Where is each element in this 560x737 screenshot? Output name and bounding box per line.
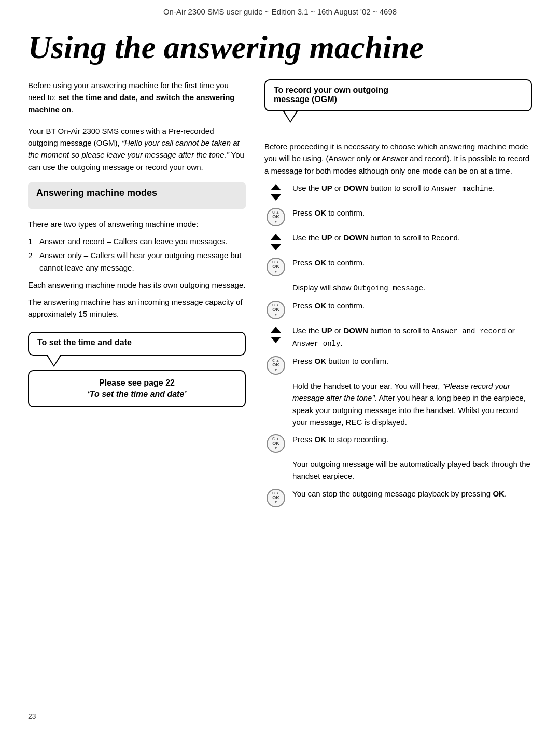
header: On-Air 2300 SMS user guide ~ Edition 3.1… bbox=[0, 0, 560, 20]
set-time-heading: To set the time and date bbox=[37, 338, 236, 347]
ogm-intro: Before proceeding it is necessary to cho… bbox=[264, 140, 532, 177]
instruction-text-12: You can stop the outgoing message playba… bbox=[292, 488, 532, 500]
page-number: 23 bbox=[28, 712, 36, 720]
svg-marker-4 bbox=[271, 327, 281, 333]
instruction-row-2: C ▲ OK ▼ Press OK to confirm. bbox=[264, 207, 532, 226]
intro-paragraph-1: Before using your answering machine for … bbox=[28, 79, 246, 116]
intro-paragraph-2: Your BT On-Air 2300 SMS comes with a Pre… bbox=[28, 125, 246, 173]
ok-button-icon-3: C ▲ OK ▼ bbox=[264, 300, 287, 319]
right-body: Before proceeding it is necessary to cho… bbox=[264, 126, 532, 507]
see-page-box: Please see page 22 ‘To set the time and … bbox=[28, 370, 246, 407]
svg-marker-1 bbox=[271, 194, 281, 201]
instruction-row-11: Your outgoing message will be automatica… bbox=[264, 458, 532, 483]
spacer-1 bbox=[264, 281, 287, 282]
instruction-text-10: Press OK to stop recording. bbox=[292, 433, 532, 445]
ogm-box: To record your own outgoingmessage (OGM) bbox=[264, 79, 532, 111]
instruction-text-1: Use the UP or DOWN button to scroll to A… bbox=[292, 182, 532, 195]
instruction-row-3: Use the UP or DOWN button to scroll to R… bbox=[264, 232, 532, 251]
spacer-2 bbox=[264, 380, 287, 381]
set-time-box: To set the time and date bbox=[28, 332, 246, 356]
answering-machine-modes-section: Answering machine modes bbox=[28, 182, 246, 209]
up-down-arrow-icon-2 bbox=[264, 232, 287, 251]
see-page-sub: ‘To set the time and date’ bbox=[87, 390, 186, 399]
instruction-text-6: Press OK to confirm. bbox=[292, 300, 532, 311]
page-title: Using the answering machine bbox=[0, 20, 560, 70]
callout-arrow-inner bbox=[48, 355, 60, 365]
instruction-row-12: C ▲ OK ▼ You can stop the outgoing messa… bbox=[264, 488, 532, 507]
right-column: To record your own outgoingmessage (OGM)… bbox=[264, 79, 532, 512]
instruction-row-8: C ▲ OK ▼ Press OK button to confirm. bbox=[264, 355, 532, 375]
instruction-row-9: Hold the handset to your ear. You will h… bbox=[264, 380, 532, 428]
left-column: Before using your answering machine for … bbox=[28, 79, 246, 512]
modes-heading: Answering machine modes bbox=[36, 188, 237, 199]
instruction-text-9: Hold the handset to your ear. You will h… bbox=[292, 380, 532, 428]
svg-marker-3 bbox=[271, 244, 281, 250]
instruction-text-3: Use the UP or DOWN button to scroll to R… bbox=[292, 232, 532, 245]
instruction-text-4: Press OK to confirm. bbox=[292, 257, 532, 268]
ok-button-icon-5: C ▲ OK ▼ bbox=[264, 433, 287, 453]
ogm-heading: To record your own outgoingmessage (OGM) bbox=[274, 86, 523, 104]
ogm-arrow-inner bbox=[284, 111, 297, 121]
list-item: 1 Answer and record – Callers can leave … bbox=[28, 235, 246, 247]
instruction-text-5: Display will show Outgoing message. bbox=[292, 281, 532, 294]
instruction-text-2: Press OK to confirm. bbox=[292, 207, 532, 219]
modes-intro: There are two types of answering machine… bbox=[28, 218, 246, 230]
up-down-arrow-icon-3 bbox=[264, 324, 287, 344]
instruction-text-7: Use the UP or DOWN button to scroll to A… bbox=[292, 324, 532, 350]
header-text: On-Air 2300 SMS user guide ~ Edition 3.1… bbox=[163, 7, 397, 16]
instruction-row-6: C ▲ OK ▼ Press OK to confirm. bbox=[264, 300, 532, 319]
svg-marker-2 bbox=[271, 234, 281, 240]
ok-button-icon-4: C ▲ OK ▼ bbox=[264, 355, 287, 375]
modes-list: 1 Answer and record – Callers can leave … bbox=[28, 235, 246, 274]
modes-p2: Each answering machine mode has its own … bbox=[28, 279, 246, 291]
list-item: 2 Answer only – Callers will hear your o… bbox=[28, 249, 246, 274]
instruction-row-4: C ▲ OK ▼ Press OK to confirm. bbox=[264, 257, 532, 276]
instruction-row-5: Display will show Outgoing message. bbox=[264, 281, 532, 294]
up-down-arrow-icon-1 bbox=[264, 182, 287, 202]
ok-button-icon-1: C ▲ OK ▼ bbox=[264, 207, 287, 226]
instruction-row-7: Use the UP or DOWN button to scroll to A… bbox=[264, 324, 532, 350]
svg-marker-5 bbox=[271, 337, 281, 343]
ok-button-icon-6: C ▲ OK ▼ bbox=[264, 488, 287, 507]
instruction-text-11: Your outgoing message will be automatica… bbox=[292, 458, 532, 483]
instruction-row-1: Use the UP or DOWN button to scroll to A… bbox=[264, 182, 532, 202]
see-page-label: Please see page 22 bbox=[37, 378, 236, 388]
svg-marker-0 bbox=[271, 184, 281, 190]
modes-p3: The answering machine has an incoming me… bbox=[28, 296, 246, 320]
instruction-text-8: Press OK button to confirm. bbox=[292, 355, 532, 367]
instruction-row-10: C ▲ OK ▼ Press OK to stop recording. bbox=[264, 433, 532, 453]
spacer-3 bbox=[264, 458, 287, 459]
ok-button-icon-2: C ▲ OK ▼ bbox=[264, 257, 287, 276]
